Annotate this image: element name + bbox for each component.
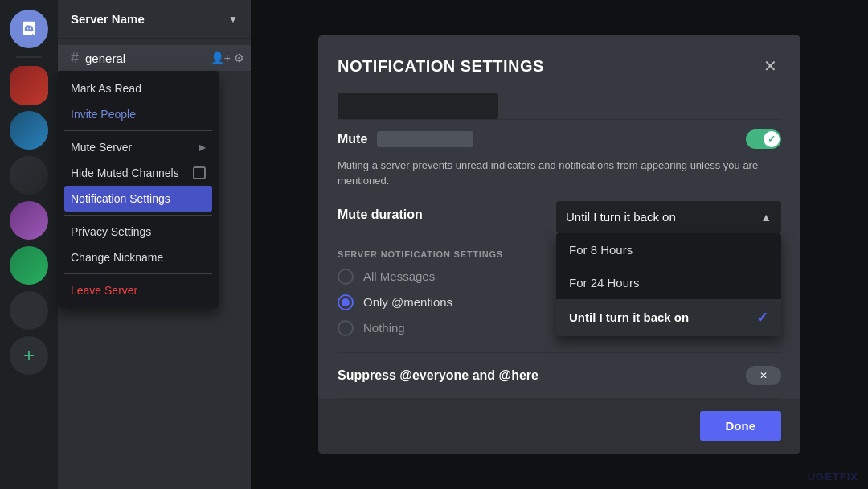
add-member-icon[interactable]: 👤+ <box>211 51 231 64</box>
sidebar-item-server-2[interactable] <box>10 111 48 150</box>
mute-duration-label: Mute duration <box>338 201 423 222</box>
dropdown-options-list: For 8 Hours For 24 Hours Until I turn it… <box>556 233 781 336</box>
suppress-label: Suppress @everyone and @here <box>338 368 538 383</box>
sidebar-item-server-3[interactable] <box>10 156 48 195</box>
dropdown-selected-value[interactable]: Until I turn it back on ▲ <box>556 201 781 233</box>
dropdown-selected-text: Until I turn it back on <box>566 210 676 224</box>
server-sidebar: + <box>0 0 58 489</box>
radio-circle-mentions <box>338 294 354 310</box>
suppress-row: Suppress @everyone and @here <box>338 352 781 399</box>
radio-label-nothing: Nothing <box>363 321 405 335</box>
add-server-button[interactable]: + <box>10 336 48 375</box>
dropdown-arrow-icon: ▲ <box>760 211 772 224</box>
channel-item-general[interactable]: # general 👤+ ⚙ <box>58 45 251 71</box>
modal-title: NOTIFICATION SETTINGS <box>338 57 544 76</box>
sidebar-divider <box>16 56 42 58</box>
mute-toggle[interactable] <box>746 129 781 149</box>
mute-row: Mute <box>338 119 781 158</box>
sidebar-item-server-4[interactable] <box>10 201 48 240</box>
radio-label-mentions: Only @mentions <box>363 295 452 309</box>
mute-server-name-placeholder <box>377 131 473 147</box>
mute-label: Mute <box>338 132 367 146</box>
channel-name: general <box>85 51 125 65</box>
mute-description: Muting a server prevents unread indicato… <box>338 158 781 187</box>
sidebar-item-server-6[interactable] <box>10 291 48 330</box>
context-menu-notification-settings[interactable]: Notification Settings <box>64 186 212 212</box>
dropdown-option-until-back[interactable]: Until I turn it back on ✓ <box>556 299 781 336</box>
notification-settings-modal: NOTIFICATION SETTINGS ✕ Mute Muting a se… <box>318 35 800 453</box>
modal-overlay: NOTIFICATION SETTINGS ✕ Mute Muting a se… <box>251 0 868 489</box>
context-menu-leave-server[interactable]: Leave Server <box>64 277 212 303</box>
context-menu-divider-3 <box>64 273 212 274</box>
context-menu-divider-1 <box>64 130 212 131</box>
hide-muted-checkbox[interactable] <box>193 166 206 179</box>
context-menu-divider-2 <box>64 215 212 216</box>
dropdown-option-24hours[interactable]: For 24 Hours <box>556 266 781 299</box>
suppress-toggle[interactable] <box>746 366 781 385</box>
modal-close-button[interactable]: ✕ <box>759 55 781 77</box>
channel-action-icons: 👤+ ⚙ <box>211 51 244 64</box>
context-menu-hide-muted[interactable]: Hide Muted Channels <box>64 160 212 186</box>
context-menu-invite[interactable]: Invite People <box>64 101 212 127</box>
modal-header: NOTIFICATION SETTINGS ✕ <box>338 55 781 77</box>
context-menu-change-nickname[interactable]: Change Nickname <box>64 244 212 270</box>
radio-circle-nothing <box>338 320 354 336</box>
context-menu-mark-read[interactable]: Mark As Read <box>64 76 212 101</box>
radio-label-all: All Messages <box>363 269 435 283</box>
sidebar-item-server-1[interactable] <box>10 66 48 105</box>
context-menu-privacy-settings[interactable]: Privacy Settings <box>64 219 212 244</box>
mute-toggle-knob <box>764 131 780 147</box>
server-name: Server Name <box>71 12 145 26</box>
discord-logo[interactable] <box>10 10 48 48</box>
sidebar-item-server-5[interactable] <box>10 246 48 285</box>
mute-duration-row: Mute duration Until I turn it back on ▲ … <box>338 201 781 233</box>
done-button[interactable]: Done <box>700 411 782 441</box>
submenu-arrow-icon: ▶ <box>199 142 206 153</box>
settings-icon[interactable]: ⚙ <box>234 51 244 64</box>
main-content: NOTIFICATION SETTINGS ✕ Mute Muting a se… <box>251 0 868 489</box>
server-header[interactable]: Server Name ▼ <box>58 0 251 39</box>
radio-circle-all <box>338 269 354 285</box>
context-menu-mute-server[interactable]: Mute Server ▶ <box>64 134 212 160</box>
server-dropdown-icon: ▼ <box>228 14 238 25</box>
context-menu: Mark As Read Invite People Mute Server ▶… <box>58 71 219 308</box>
channel-hash-icon: # <box>71 50 79 67</box>
modal-search-input[interactable] <box>338 93 498 119</box>
modal-footer: Done <box>318 399 800 454</box>
mute-left: Mute <box>338 131 473 147</box>
mute-duration-dropdown[interactable]: Until I turn it back on ▲ For 8 Hours Fo… <box>556 201 781 233</box>
dropdown-option-8hours[interactable]: For 8 Hours <box>556 233 781 266</box>
dropdown-selected-check-icon: ✓ <box>756 309 768 327</box>
